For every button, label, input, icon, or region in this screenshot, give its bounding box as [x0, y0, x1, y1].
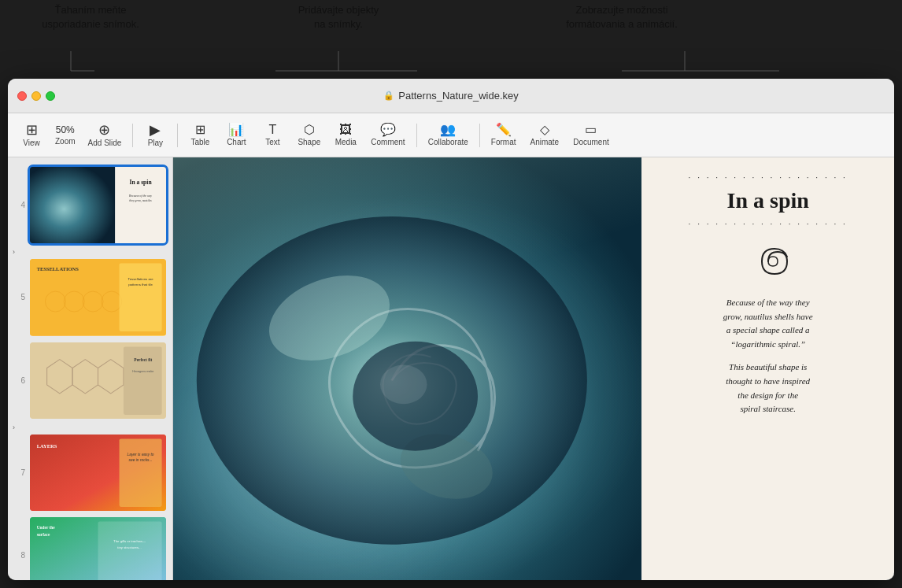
comment-button[interactable]: 💬 Comment: [364, 120, 411, 150]
dots-decoration-top: · · · · · · · · · · · · · · · · · ·: [654, 173, 882, 182]
main-area: 4: [8, 157, 894, 580]
slide-thumb-wrapper-5: TESSELLATIONS Tessellations are patterns…: [30, 259, 166, 335]
slide-thumb-5: TESSELLATIONS Tessellations are patterns…: [30, 259, 166, 335]
svg-rect-29: [120, 438, 162, 507]
titlebar: 🔒 Patterns_Nature_wide.key: [8, 79, 894, 113]
slide-number-7: 7: [14, 468, 25, 477]
slide-thumb-7: LAYERS Layer is easy to see in rocks...: [30, 435, 166, 511]
slide-item-4[interactable]: 4: [8, 164, 172, 246]
app-window: 🔒 Patterns_Nature_wide.key ⊞ View 50% Zo…: [8, 79, 894, 580]
slide7-preview: LAYERS Layer is easy to see in rocks...: [30, 435, 166, 511]
slide-item-5[interactable]: 5 TESSELLATIONS: [8, 256, 172, 338]
format-icon: ✏️: [496, 124, 512, 136]
collaborate-icon: 👥: [440, 124, 456, 136]
svg-text:LAYERS: LAYERS: [37, 443, 57, 449]
svg-text:Perfect fit: Perfect fit: [134, 357, 152, 361]
chevron-icon-5: ›: [13, 248, 15, 256]
slide-number-5: 5: [14, 293, 25, 301]
slide-body-paragraph-2: This beautiful shape is thought to have …: [726, 361, 810, 416]
play-button[interactable]: ▶ Play: [138, 120, 172, 150]
slide-thumb-wrapper-6: Perfect fit Hexagons make: [30, 342, 166, 419]
add-slide-icon: ⊕: [98, 123, 110, 137]
slide-item-8[interactable]: 8 Under the surface: [8, 514, 172, 580]
annotation-layer: Ťahaním meňte usporiadanie snímok. Pridá…: [0, 0, 902, 79]
format-button[interactable]: ✏️ Format: [485, 120, 523, 150]
chart-button[interactable]: 📊 Chart: [219, 120, 253, 150]
media-button[interactable]: 🖼 Media: [328, 120, 363, 150]
animate-button[interactable]: ◇ Animate: [523, 120, 565, 150]
table-icon: ⊞: [195, 124, 205, 136]
slide6-preview: Perfect fit Hexagons make: [30, 342, 166, 419]
group-indicator-5: ›: [8, 246, 172, 256]
separator-2: [177, 124, 178, 147]
slide-number-4: 4: [14, 201, 25, 209]
svg-text:Hexagons make: Hexagons make: [132, 369, 153, 372]
document-button[interactable]: ▭ Document: [567, 120, 616, 150]
view-icon: ⊞: [26, 123, 38, 137]
lock-icon: 🔒: [383, 91, 394, 101]
callout-1: Ťahaním meňte usporiadanie snímok.: [24, 3, 157, 31]
table-button[interactable]: ⊞ Table: [183, 120, 217, 150]
svg-text:Under the: Under the: [37, 525, 56, 530]
slide-item-6[interactable]: 6 Perfect fit Hexagons make: [8, 339, 172, 422]
slide5-preview: TESSELLATIONS Tessellations are patterns…: [30, 259, 166, 335]
zoom-button[interactable]: 50% Zoom: [50, 121, 80, 149]
slide-item-7[interactable]: 7 LAYERS: [8, 431, 172, 514]
slide-thumb-4: In a spin Because of the way they grow, …: [30, 167, 166, 243]
comment-icon: 💬: [380, 124, 396, 136]
shape-button[interactable]: ⬡ Shape: [291, 120, 327, 150]
svg-text:The gills or trachea—: The gills or trachea—: [113, 540, 146, 544]
callout-3: Zobrazujte možnosti formátovania a animá…: [535, 3, 708, 31]
view-button[interactable]: ⊞ View: [14, 120, 49, 150]
svg-text:Layer is easy to: Layer is easy to: [128, 453, 154, 457]
spiral-icon: [745, 238, 792, 285]
dots-decoration-bottom: · · · · · · · · · · · · · · · · · ·: [654, 220, 882, 228]
slide4-preview: In a spin Because of the way they grow, …: [30, 167, 166, 243]
animate-icon: ◇: [540, 124, 549, 136]
shape-icon: ⬡: [304, 124, 315, 136]
text-icon: T: [268, 124, 276, 136]
slide-thumb-wrapper-4: In a spin Because of the way they grow, …: [30, 167, 166, 243]
chart-icon: 📊: [228, 124, 244, 136]
close-button[interactable]: [17, 91, 27, 101]
svg-text:see in rocks...: see in rocks...: [129, 457, 153, 461]
traffic-lights: [17, 91, 55, 101]
slide-main-title: In a spin: [727, 188, 809, 213]
svg-text:patterns that tile: patterns that tile: [128, 283, 153, 287]
slide-canvas: · · · · · · · · · · · · · · · · · · In a…: [173, 157, 894, 580]
slide8-preview: Under the surface The gills or trachea— …: [30, 517, 166, 580]
window-title: 🔒 Patterns_Nature_wide.key: [383, 90, 518, 102]
play-icon: ▶: [150, 123, 161, 137]
document-icon: ▭: [585, 124, 597, 136]
separator-4: [479, 124, 480, 147]
minimize-button[interactable]: [31, 91, 41, 101]
svg-text:surface: surface: [37, 532, 50, 537]
svg-rect-35: [98, 522, 162, 580]
collaborate-button[interactable]: 👥 Collaborate: [422, 120, 475, 150]
callout-2: Pridávajte objekty na snímky.: [268, 3, 409, 31]
svg-text:Because of the way: Because of the way: [129, 194, 152, 198]
svg-text:In a spin: In a spin: [130, 179, 153, 186]
nautilus-svg: [173, 157, 641, 580]
svg-text:Tessellations are: Tessellations are: [128, 277, 154, 281]
svg-rect-17: [120, 264, 162, 332]
svg-text:TESSELLATIONS: TESSELLATIONS: [37, 266, 79, 272]
chevron-icon-7: ›: [13, 423, 15, 431]
slide-thumb-8: Under the surface The gills or trachea— …: [30, 517, 166, 580]
maximize-button[interactable]: [46, 91, 55, 101]
slide-panel[interactable]: 4: [8, 157, 173, 580]
add-slide-button[interactable]: ⊕ Add Slide: [82, 120, 128, 150]
text-button[interactable]: T Text: [255, 120, 290, 150]
nautilus-background: [173, 157, 641, 580]
slide-number-8: 8: [14, 551, 25, 560]
slide-number-6: 6: [14, 376, 25, 385]
svg-point-49: [380, 365, 427, 405]
slide-text-panel: · · · · · · · · · · · · · · · · · · In a…: [641, 157, 894, 580]
media-icon: 🖼: [339, 124, 352, 136]
slide-thumb-6: Perfect fit Hexagons make: [30, 342, 166, 419]
svg-rect-6: [30, 167, 115, 243]
group-indicator-7: ›: [8, 422, 172, 431]
canvas-area: · · · · · · · · · · · · · · · · · · In a…: [173, 157, 894, 580]
svg-text:tiny structures...: tiny structures...: [117, 545, 141, 549]
slide-thumb-wrapper-7: LAYERS Layer is easy to see in rocks...: [30, 435, 166, 511]
